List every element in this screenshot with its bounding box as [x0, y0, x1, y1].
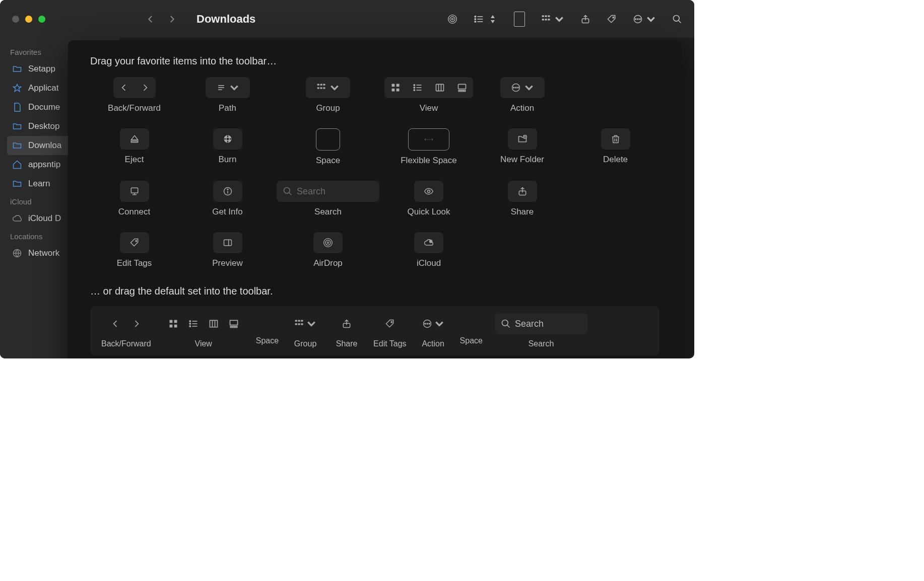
svg-rect-34 — [323, 87, 325, 89]
svg-line-115 — [507, 325, 509, 328]
default-instruction-text: … or drag the default set into the toolb… — [90, 285, 659, 297]
svg-point-22 — [639, 19, 640, 20]
svg-point-53 — [513, 87, 514, 88]
item-airdrop[interactable]: AirDrop — [277, 232, 379, 268]
group-toolbar[interactable] — [541, 14, 564, 24]
item-edit-tags[interactable]: Edit Tags — [90, 232, 178, 268]
tag-toolbar-icon[interactable] — [607, 14, 617, 24]
item-burn[interactable]: Burn — [183, 128, 272, 166]
svg-rect-105 — [295, 323, 297, 325]
svg-rect-15 — [545, 19, 547, 20]
svg-rect-88 — [174, 325, 177, 328]
svg-rect-36 — [397, 84, 400, 87]
list-view-toolbar[interactable] — [474, 14, 498, 24]
svg-rect-104 — [301, 320, 303, 322]
back-button[interactable] — [146, 15, 155, 24]
item-eject[interactable]: Eject — [90, 128, 178, 166]
item-path[interactable]: Path — [183, 77, 272, 113]
default-set-row[interactable]: Back/Forward View Space Group Share Edit… — [90, 306, 659, 355]
item-icloud[interactable]: iCloud — [384, 232, 473, 268]
svg-point-55 — [517, 87, 518, 88]
svg-point-93 — [189, 326, 191, 327]
item-quick-look[interactable]: Quick Look — [384, 181, 473, 217]
svg-marker-9 — [491, 15, 495, 18]
svg-point-81 — [324, 239, 333, 247]
finder-window: Downloads Favorites Setapp Applicat — [0, 0, 694, 358]
item-action[interactable]: Action — [478, 77, 566, 113]
svg-rect-85 — [169, 320, 172, 323]
customize-toolbar-panel: Drag your favorite items into the toolba… — [68, 40, 682, 358]
svg-point-114 — [502, 320, 508, 326]
svg-point-7 — [475, 21, 476, 22]
nav-arrows — [146, 15, 176, 24]
svg-point-74 — [428, 190, 430, 193]
item-group[interactable]: Group — [277, 77, 379, 113]
svg-point-18 — [613, 17, 614, 18]
folder-icon — [12, 121, 22, 131]
svg-rect-87 — [169, 325, 172, 328]
close-button[interactable] — [12, 16, 19, 23]
svg-rect-48 — [458, 84, 466, 89]
gallery-view-icon — [451, 77, 473, 98]
svg-rect-86 — [174, 320, 177, 323]
svg-rect-106 — [298, 323, 300, 325]
minimize-button[interactable] — [25, 16, 32, 23]
svg-rect-57 — [131, 141, 138, 142]
svg-rect-102 — [295, 320, 297, 322]
svg-marker-10 — [491, 20, 495, 23]
svg-rect-45 — [436, 84, 444, 91]
folder-icon — [12, 140, 22, 151]
svg-point-71 — [227, 189, 228, 190]
svg-marker-56 — [131, 135, 138, 139]
svg-point-20 — [635, 19, 636, 20]
item-flexible-space[interactable]: Flexible Space — [384, 128, 473, 166]
chevron-right-icon — [126, 313, 147, 334]
svg-point-5 — [475, 18, 476, 20]
chevron-left-icon — [113, 77, 135, 98]
item-delete[interactable]: Delete — [571, 128, 659, 166]
share-toolbar-icon[interactable] — [580, 14, 590, 24]
svg-line-73 — [289, 193, 292, 195]
item-preview[interactable]: Preview — [183, 232, 272, 268]
svg-rect-77 — [224, 240, 231, 246]
svg-rect-14 — [542, 19, 544, 20]
item-new-folder[interactable]: New Folder — [478, 128, 566, 166]
item-view[interactable]: View — [384, 77, 473, 113]
item-space[interactable]: Space — [277, 128, 379, 166]
svg-point-72 — [284, 188, 290, 194]
item-search[interactable]: SearchSearch — [277, 181, 379, 217]
svg-rect-29 — [317, 84, 319, 86]
search-toolbar-icon[interactable] — [672, 14, 682, 24]
forward-button[interactable] — [167, 15, 176, 24]
svg-point-112 — [427, 323, 428, 324]
airdrop-toolbar-icon[interactable] — [447, 14, 457, 24]
svg-point-43 — [414, 90, 415, 91]
item-get-info[interactable]: Get Info — [183, 181, 272, 217]
svg-rect-50 — [461, 90, 463, 92]
action-toolbar[interactable] — [633, 14, 656, 24]
toolbar-items-grid: Back/Forward Path Group View — [90, 77, 659, 268]
list-view-icon — [407, 77, 429, 98]
svg-rect-11 — [542, 15, 544, 17]
svg-rect-51 — [464, 90, 465, 92]
svg-rect-16 — [548, 19, 550, 20]
svg-rect-100 — [233, 326, 234, 328]
folder-icon — [12, 179, 22, 189]
column-view-icon — [429, 77, 451, 98]
svg-rect-33 — [320, 87, 322, 89]
svg-rect-103 — [298, 320, 300, 322]
app-icon — [12, 83, 22, 93]
svg-rect-98 — [230, 320, 237, 325]
svg-point-80 — [325, 240, 331, 245]
svg-point-21 — [637, 19, 638, 20]
icon-view-icon — [384, 77, 407, 98]
svg-rect-99 — [230, 326, 232, 328]
titlebar: Downloads — [0, 0, 694, 38]
document-icon — [12, 102, 22, 112]
item-back-forward[interactable]: Back/Forward — [90, 77, 178, 113]
maximize-button[interactable] — [38, 16, 45, 23]
svg-point-1 — [450, 17, 455, 22]
item-share[interactable]: Share — [478, 181, 566, 217]
cloud-icon — [12, 213, 22, 224]
item-connect[interactable]: Connect — [90, 181, 178, 217]
